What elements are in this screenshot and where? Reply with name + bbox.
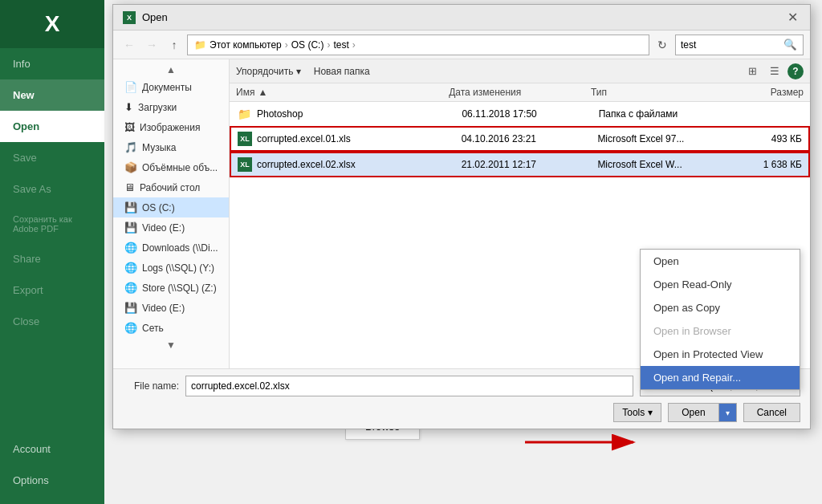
- excel-icon-02: XL: [238, 157, 252, 172]
- sidebar: X Info New Open Save Save As Сохранить к…: [0, 0, 104, 504]
- sidebar-item-print[interactable]: Share: [0, 243, 104, 274]
- sidebar-item-account[interactable]: Account: [0, 433, 104, 465]
- tools-button[interactable]: Tools ▾: [613, 403, 661, 422]
- dropdown-item-browser: Open in Browser: [641, 319, 800, 343]
- cancel-button[interactable]: Cancel: [743, 403, 800, 422]
- breadcrumb-icon: 📁: [194, 39, 206, 51]
- view-details-button[interactable]: ☰: [765, 63, 784, 80]
- open-dialog: X Open ✕ ← → ↑ 📁 Этот компьютер › OS (C:…: [112, 4, 811, 429]
- file-row-corrupted01[interactable]: XL corrupted.excel.01.xls 04.10.2016 23:…: [230, 126, 810, 152]
- col-header-date[interactable]: Дата изменения: [449, 87, 591, 98]
- open-button-group: Open ▾: [668, 403, 736, 422]
- breadcrumb-part-drive: OS (C:): [291, 39, 324, 51]
- scroll-down[interactable]: ▼: [113, 338, 229, 352]
- sidebar-item-open[interactable]: Open: [0, 111, 104, 142]
- sidebar-item-options[interactable]: Options: [0, 465, 104, 496]
- left-panel-item-video-e[interactable]: 💾 Video (E:): [113, 217, 229, 238]
- dialog-titlebar: X Open ✕: [113, 5, 810, 30]
- left-panel-item-logs[interactable]: 🌐 Logs (\\SQL) (Y:): [113, 258, 229, 278]
- filename-label: File name:: [123, 380, 179, 392]
- nav-forward-button[interactable]: →: [142, 35, 161, 55]
- dropdown-item-protected[interactable]: Open in Protected View: [641, 343, 800, 366]
- help-button[interactable]: ?: [787, 63, 804, 79]
- dropdown-item-readonly[interactable]: Open Read-Only: [641, 273, 800, 296]
- sidebar-item-export[interactable]: Close: [0, 306, 104, 337]
- sidebar-item-share[interactable]: Export: [0, 274, 104, 306]
- view-options: ⊞ ☰ ?: [743, 63, 804, 80]
- col-header-type[interactable]: Тип: [591, 87, 733, 98]
- dialog-title: X Open: [123, 11, 168, 24]
- organize-button[interactable]: Упорядочить ▾: [236, 66, 301, 77]
- left-panel: ▲ 📄 Документы ⬇ Загрузки 🖼 Изображения 🎵…: [113, 59, 230, 368]
- open-main-button[interactable]: Open: [669, 404, 718, 421]
- search-input[interactable]: [676, 38, 780, 52]
- left-panel-item-music[interactable]: 🎵 Музыка: [113, 137, 229, 157]
- nav-back-button[interactable]: ←: [120, 35, 139, 55]
- sidebar-item-saveas[interactable]: Save As: [0, 173, 104, 205]
- left-panel-item-store[interactable]: 🌐 Store (\\SQL) (Z:): [113, 278, 229, 298]
- dropdown-item-repair[interactable]: Open and Repair...: [641, 366, 800, 389]
- file-row-photoshop[interactable]: 📁 Photoshop 06.11.2018 17:50 Папка с фай…: [230, 102, 810, 126]
- main-content: Browse X Open ✕ ← → ↑ 📁 Этот компьютер ›…: [104, 0, 822, 504]
- col-header-size[interactable]: Размер: [733, 87, 804, 98]
- file-row-corrupted02[interactable]: XL corrupted.excel.02.xlsx 21.02.2011 12…: [230, 152, 810, 177]
- col-header-name[interactable]: Имя ▲: [236, 87, 449, 98]
- view-large-icons-button[interactable]: ⊞: [743, 63, 762, 80]
- breadcrumb-part-computer: Этот компьютер: [210, 39, 282, 51]
- nav-up-button[interactable]: ↑: [165, 35, 184, 55]
- app-logo: X: [0, 0, 104, 48]
- dialog-nav-toolbar: ← → ↑ 📁 Этот компьютер › OS (C:) › test …: [113, 30, 810, 59]
- sidebar-item-savepdf[interactable]: Сохранить какAdobe PDF: [0, 205, 104, 243]
- breadcrumb-part-folder: test: [333, 39, 348, 51]
- left-panel-item-desktop[interactable]: 🖥 Рабочий стол: [113, 177, 229, 197]
- arrow-annotation: [517, 430, 645, 454]
- left-panel-item-video-e2[interactable]: 💾 Video (E:): [113, 298, 229, 318]
- left-panel-item-dl-net[interactable]: 🌐 Downloads (\\Di...: [113, 238, 229, 258]
- folder-icon: 📁: [236, 106, 252, 122]
- excel-icon: X: [123, 11, 136, 24]
- left-panel-item-docs[interactable]: 📄 Документы: [113, 77, 229, 97]
- scroll-up[interactable]: ▲: [113, 63, 229, 77]
- excel-icon-01: XL: [238, 132, 252, 146]
- sidebar-item-save[interactable]: Save: [0, 142, 104, 173]
- left-panel-item-videos[interactable]: 📦 Объёмные объ...: [113, 157, 229, 177]
- open-dropdown-button[interactable]: ▾: [719, 404, 736, 421]
- dropdown-item-open[interactable]: Open: [641, 250, 800, 273]
- left-panel-item-c-drive[interactable]: 💾 OS (C:): [113, 197, 229, 217]
- open-dropdown-menu: Open Open Read-Only Open as Copy Open in…: [640, 249, 800, 390]
- dialog-close-button[interactable]: ✕: [784, 10, 800, 26]
- red-arrow-svg: [517, 430, 645, 454]
- logo-icon: X: [45, 11, 60, 37]
- nav-refresh-button[interactable]: ↻: [653, 35, 672, 55]
- new-folder-button[interactable]: Новая папка: [314, 66, 370, 77]
- sidebar-item-info[interactable]: Info: [0, 48, 104, 79]
- dialog-actions: Tools ▾ Open ▾ Cancel: [123, 403, 800, 422]
- sidebar-item-close[interactable]: [0, 337, 104, 356]
- breadcrumb[interactable]: 📁 Этот компьютер › OS (C:) › test ›: [187, 35, 649, 55]
- left-panel-item-downloads[interactable]: ⬇ Загрузки: [113, 97, 229, 117]
- left-panel-item-images[interactable]: 🖼 Изображения: [113, 117, 229, 137]
- dropdown-item-copy[interactable]: Open as Copy: [641, 296, 800, 319]
- left-panel-item-network[interactable]: 🌐 Сеть: [113, 318, 229, 338]
- filename-input[interactable]: [185, 376, 633, 396]
- search-button[interactable]: 🔍: [780, 35, 800, 55]
- search-box[interactable]: 🔍: [675, 35, 804, 55]
- file-list-toolbar: Упорядочить ▾ Новая папка ⊞ ☰ ?: [230, 59, 810, 83]
- file-table-header: Имя ▲ Дата изменения Тип Размер: [230, 83, 810, 102]
- sidebar-item-new[interactable]: New: [0, 79, 104, 111]
